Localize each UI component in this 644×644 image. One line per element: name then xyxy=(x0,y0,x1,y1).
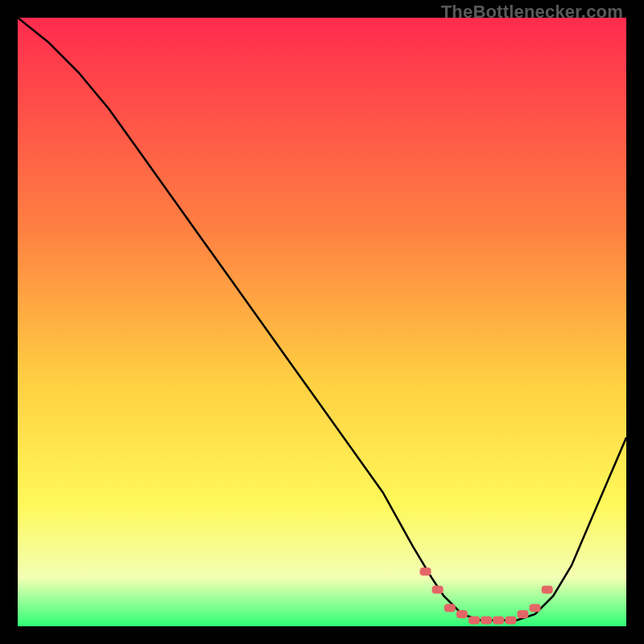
watermark-text: TheBottlenecker.com xyxy=(441,2,623,23)
marker-dot xyxy=(420,568,431,576)
marker-dot xyxy=(456,610,468,618)
marker-dot xyxy=(505,616,516,624)
marker-dot xyxy=(518,610,529,618)
marker-dot xyxy=(469,616,480,624)
marker-dot xyxy=(444,604,456,612)
chart-svg xyxy=(18,18,626,626)
marker-dot xyxy=(493,616,504,624)
marker-dot xyxy=(481,616,492,624)
marker-dot xyxy=(432,586,444,594)
marker-dot xyxy=(530,604,541,612)
marker-dot xyxy=(542,586,553,594)
